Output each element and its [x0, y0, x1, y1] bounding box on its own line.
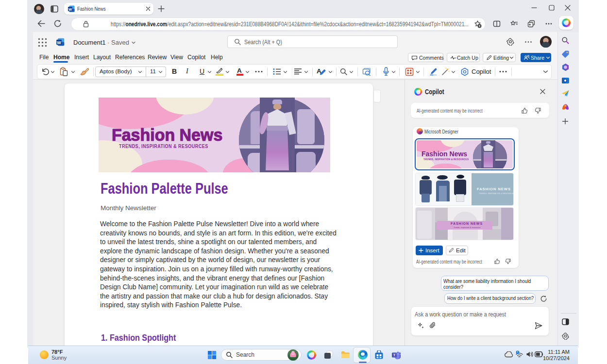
svg-text:W: W [57, 40, 61, 45]
svg-text:W: W [68, 7, 72, 12]
svg-text:T: T [393, 353, 396, 357]
